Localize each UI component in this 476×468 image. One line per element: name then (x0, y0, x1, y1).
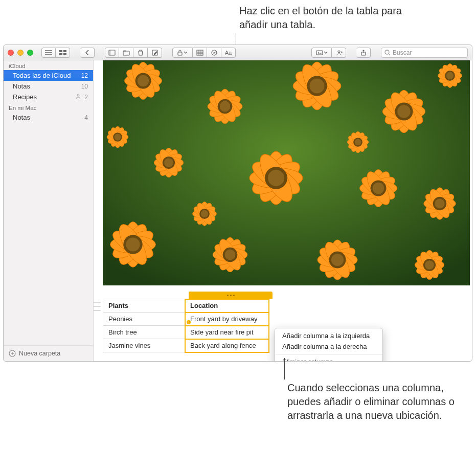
gallery-view-button[interactable] (56, 48, 70, 58)
folder-button[interactable] (119, 48, 133, 58)
column-context-menu: Añadir columna a la izquierda Añadir col… (275, 328, 383, 362)
svg-rect-1 (63, 50, 66, 52)
shared-icon (75, 93, 81, 101)
table-button[interactable] (193, 48, 207, 58)
window-body: iCloud Todas las de iCloud 12 Notas 10 R… (4, 60, 472, 361)
view-mode-group (41, 48, 70, 58)
sidebar-section-header: iCloud (4, 60, 93, 70)
media-button[interactable] (311, 48, 332, 58)
insert-group (311, 48, 346, 58)
menu-item-delete-column[interactable]: Eliminar columna (275, 356, 382, 362)
sidebar-item-label: Todas las de iCloud (13, 72, 71, 79)
sidebar-item-count: 10 (81, 83, 88, 90)
new-folder-label: Nueva carpeta (19, 350, 60, 357)
new-folder-button[interactable]: Nueva carpeta (4, 345, 93, 361)
note-tools-group: Aa (172, 48, 236, 58)
list-view-button[interactable] (41, 48, 56, 58)
table-cell[interactable]: Side yard near fire pit (185, 326, 269, 339)
svg-rect-9 (178, 52, 182, 55)
plus-circle-icon (9, 350, 16, 357)
svg-rect-7 (123, 50, 126, 52)
sidebar-item-label: Notas (13, 114, 30, 121)
delete-button[interactable] (133, 48, 148, 58)
table-cell[interactable]: Peonies (103, 313, 185, 326)
sidebar-item-notas[interactable]: Notas 10 (4, 81, 93, 92)
share-button[interactable] (356, 48, 371, 58)
table-row: Peonies Front yard by driveway (103, 313, 269, 326)
sidebar-item-label: Notas (13, 82, 30, 90)
svg-rect-5 (109, 50, 111, 55)
svg-point-17 (77, 94, 79, 96)
new-note-button[interactable] (148, 48, 162, 58)
svg-rect-6 (123, 51, 129, 55)
svg-rect-12 (316, 51, 323, 55)
sidebar-item-label: Recipes (13, 93, 37, 101)
sidebar-item-count: 12 (81, 72, 88, 79)
table-header-cell[interactable]: Plants (103, 299, 185, 313)
note-actions-group (105, 48, 162, 58)
window-controls (8, 50, 33, 56)
table-cell[interactable]: Back yard along fence (185, 339, 269, 352)
callout-bottom-leader (284, 358, 285, 380)
table-row: Birch tree Side yard near fire pit (103, 326, 269, 339)
table-header-cell-selected[interactable]: Location (185, 299, 269, 313)
lock-button[interactable] (172, 48, 193, 58)
sidebar-section-header: En mi Mac (4, 102, 93, 112)
svg-point-14 (338, 51, 340, 53)
svg-rect-10 (197, 50, 203, 55)
svg-rect-3 (63, 53, 66, 55)
table-header-row: Plants Location (103, 299, 269, 313)
search-placeholder: Buscar (393, 49, 412, 56)
sidebar: iCloud Todas las de iCloud 12 Notas 10 R… (4, 60, 94, 361)
sidebar-item-local-notas[interactable]: Notas 4 (4, 112, 93, 123)
svg-rect-2 (59, 53, 62, 55)
sidebar-item-recipes[interactable]: Recipes 2 (4, 92, 93, 102)
note-table[interactable]: Plants Location Peonies Front yard by dr… (103, 299, 269, 352)
table-cell[interactable]: Birch tree (103, 326, 185, 339)
note-content[interactable]: Plants Location Peonies Front yard by dr… (94, 60, 472, 361)
app-window: Aa Buscar iCloud Todas las de iCl (3, 44, 472, 362)
close-window-button[interactable] (8, 50, 14, 56)
search-input[interactable]: Buscar (381, 48, 468, 58)
table-row: Jasmine vines Back yard along fence (103, 339, 269, 352)
column-selection-tab[interactable] (189, 292, 273, 299)
collaborate-button[interactable] (332, 48, 346, 58)
menu-separator (275, 354, 382, 354)
attachments-button[interactable] (105, 48, 119, 58)
row-selection-handle[interactable] (187, 320, 191, 324)
sidebar-item-all-icloud[interactable]: Todas las de iCloud 12 (4, 70, 93, 81)
menu-item-add-column-right[interactable]: Añadir columna a la derecha (275, 341, 382, 352)
back-button[interactable] (80, 48, 95, 58)
svg-rect-0 (59, 50, 62, 52)
zoom-window-button[interactable] (27, 50, 33, 56)
minimize-window-button[interactable] (17, 50, 24, 56)
callout-bottom: Cuando seleccionas una columna, puedes a… (287, 381, 456, 422)
svg-point-16 (385, 50, 389, 54)
sidebar-item-count: 2 (84, 94, 88, 101)
table-drag-handle-icon[interactable] (94, 302, 101, 311)
menu-item-add-column-left[interactable]: Añadir columna a la izquierda (275, 330, 382, 341)
note-image (103, 60, 470, 285)
format-button[interactable]: Aa (221, 48, 236, 58)
titlebar: Aa Buscar (4, 45, 472, 60)
checklist-button[interactable] (207, 48, 221, 58)
table-cell[interactable]: Jasmine vines (103, 339, 185, 352)
callout-top: Haz clic en el botón de la tabla para añ… (239, 4, 423, 32)
sidebar-item-count: 4 (84, 114, 88, 121)
table-cell[interactable]: Front yard by driveway (185, 313, 269, 326)
